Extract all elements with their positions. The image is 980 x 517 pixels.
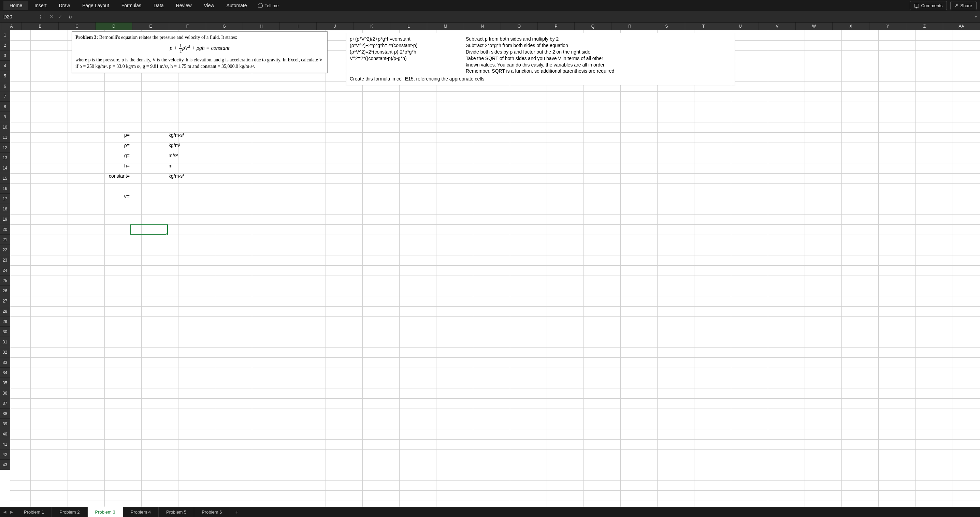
hint-textbox[interactable]: p+(ρ*V^2)/2+ρ*g*h=constantSubtract p fro…: [346, 33, 735, 85]
col-header-L[interactable]: L: [390, 22, 427, 30]
share-button[interactable]: Share: [950, 1, 977, 10]
col-header-AA[interactable]: AA: [943, 22, 980, 30]
row-header-23[interactable]: 23: [0, 255, 10, 265]
col-header-F[interactable]: F: [169, 22, 206, 30]
row-header-31[interactable]: 31: [0, 337, 10, 347]
row-header-11[interactable]: 11: [0, 132, 10, 143]
row-header-16[interactable]: 16: [0, 184, 10, 194]
problem-textbox[interactable]: Problem 3: Bernoulli's equation relates …: [72, 32, 328, 73]
spreadsheet-grid[interactable]: ABCDEFGHIJKLMNOPQRSTUVWXYZAA 12345678910…: [0, 22, 980, 507]
row-header-10[interactable]: 10: [0, 122, 10, 132]
row-header-13[interactable]: 13: [0, 153, 10, 163]
tab-nav-prev-icon[interactable]: ◀: [3, 510, 6, 514]
row-header-39[interactable]: 39: [0, 419, 10, 429]
row-header-1[interactable]: 1: [0, 30, 10, 40]
sheet-tab-problem-3[interactable]: Problem 3: [88, 507, 123, 517]
col-header-J[interactable]: J: [317, 22, 353, 30]
row-header-28[interactable]: 28: [0, 306, 10, 317]
row-header-21[interactable]: 21: [0, 235, 10, 245]
row-header-9[interactable]: 9: [0, 112, 10, 122]
cells-area[interactable]: Problem 3: Bernoulli's equation relates …: [10, 30, 980, 507]
col-header-X[interactable]: X: [833, 22, 869, 30]
row-header-30[interactable]: 30: [0, 327, 10, 337]
ribbon-tab-automate[interactable]: Automate: [220, 1, 253, 10]
row-header-36[interactable]: 36: [0, 388, 10, 398]
col-header-Y[interactable]: Y: [869, 22, 906, 30]
col-header-S[interactable]: S: [648, 22, 685, 30]
row-header-35[interactable]: 35: [0, 378, 10, 388]
tell-me[interactable]: Tell me: [253, 1, 283, 10]
row-header-29[interactable]: 29: [0, 317, 10, 327]
row-header-25[interactable]: 25: [0, 276, 10, 286]
col-header-V[interactable]: V: [759, 22, 796, 30]
row-header-27[interactable]: 27: [0, 296, 10, 306]
row-header-6[interactable]: 6: [0, 81, 10, 91]
add-sheet-button[interactable]: +: [230, 507, 244, 517]
col-header-A[interactable]: A: [2, 22, 22, 30]
col-header-E[interactable]: E: [132, 22, 169, 30]
row-header-18[interactable]: 18: [0, 204, 10, 214]
row-header-38[interactable]: 38: [0, 409, 10, 419]
formula-bar-expand-icon[interactable]: ▾: [972, 14, 980, 19]
col-header-N[interactable]: N: [464, 22, 501, 30]
sheet-tab-problem-6[interactable]: Problem 6: [194, 507, 230, 517]
row-header-4[interactable]: 4: [0, 61, 10, 71]
row-header-3[interactable]: 3: [0, 51, 10, 61]
col-header-C[interactable]: C: [59, 22, 95, 30]
cancel-icon[interactable]: ✕: [48, 14, 54, 19]
ribbon-tab-page-layout[interactable]: Page Layout: [76, 1, 115, 10]
row-header-37[interactable]: 37: [0, 398, 10, 409]
col-header-Z[interactable]: Z: [906, 22, 943, 30]
ribbon-tab-home[interactable]: Home: [3, 1, 28, 10]
sheet-tab-problem-4[interactable]: Problem 4: [123, 507, 159, 517]
formula-input[interactable]: [75, 11, 972, 22]
row-header-2[interactable]: 2: [0, 40, 10, 51]
col-header-K[interactable]: K: [353, 22, 390, 30]
col-header-W[interactable]: W: [796, 22, 833, 30]
ribbon-tab-view[interactable]: View: [198, 1, 220, 10]
row-header-34[interactable]: 34: [0, 368, 10, 378]
row-header-43[interactable]: 43: [0, 460, 10, 470]
row-header-41[interactable]: 41: [0, 439, 10, 449]
row-header-40[interactable]: 40: [0, 429, 10, 439]
sheet-tab-problem-5[interactable]: Problem 5: [159, 507, 194, 517]
ribbon-tab-data[interactable]: Data: [147, 1, 170, 10]
fx-label[interactable]: fx: [67, 14, 75, 19]
col-header-H[interactable]: H: [243, 22, 280, 30]
col-header-M[interactable]: M: [427, 22, 464, 30]
row-header-8[interactable]: 8: [0, 101, 10, 112]
col-header-Q[interactable]: Q: [574, 22, 611, 30]
col-header-U[interactable]: U: [722, 22, 759, 30]
row-header-42[interactable]: 42: [0, 449, 10, 460]
row-header-14[interactable]: 14: [0, 163, 10, 173]
row-header-19[interactable]: 19: [0, 214, 10, 224]
confirm-icon[interactable]: ✓: [57, 14, 63, 19]
row-header-12[interactable]: 12: [0, 143, 10, 153]
comments-button[interactable]: Comments: [910, 1, 947, 10]
sheet-tab-problem-2[interactable]: Problem 2: [52, 507, 88, 517]
tab-nav-next-icon[interactable]: ▶: [10, 510, 13, 514]
row-header-26[interactable]: 26: [0, 286, 10, 296]
row-header-5[interactable]: 5: [0, 71, 10, 81]
col-header-R[interactable]: R: [611, 22, 648, 30]
row-header-22[interactable]: 22: [0, 245, 10, 255]
name-box[interactable]: D20 ▲▼: [0, 11, 45, 22]
row-header-7[interactable]: 7: [0, 91, 10, 101]
col-header-T[interactable]: T: [685, 22, 722, 30]
row-header-32[interactable]: 32: [0, 347, 10, 357]
col-header-B[interactable]: B: [22, 22, 59, 30]
name-box-arrows-icon[interactable]: ▲▼: [39, 14, 42, 19]
row-header-33[interactable]: 33: [0, 357, 10, 368]
col-header-P[interactable]: P: [538, 22, 574, 30]
row-header-17[interactable]: 17: [0, 194, 10, 204]
sheet-tab-problem-1[interactable]: Problem 1: [16, 507, 52, 517]
ribbon-tab-insert[interactable]: Insert: [28, 1, 52, 10]
row-header-15[interactable]: 15: [0, 173, 10, 184]
ribbon-tab-formulas[interactable]: Formulas: [115, 1, 147, 10]
row-header-24[interactable]: 24: [0, 265, 10, 276]
col-header-D[interactable]: D: [95, 22, 132, 30]
col-header-G[interactable]: G: [206, 22, 243, 30]
ribbon-tab-draw[interactable]: Draw: [52, 1, 76, 10]
ribbon-tab-review[interactable]: Review: [170, 1, 198, 10]
row-header-20[interactable]: 20: [0, 224, 10, 235]
